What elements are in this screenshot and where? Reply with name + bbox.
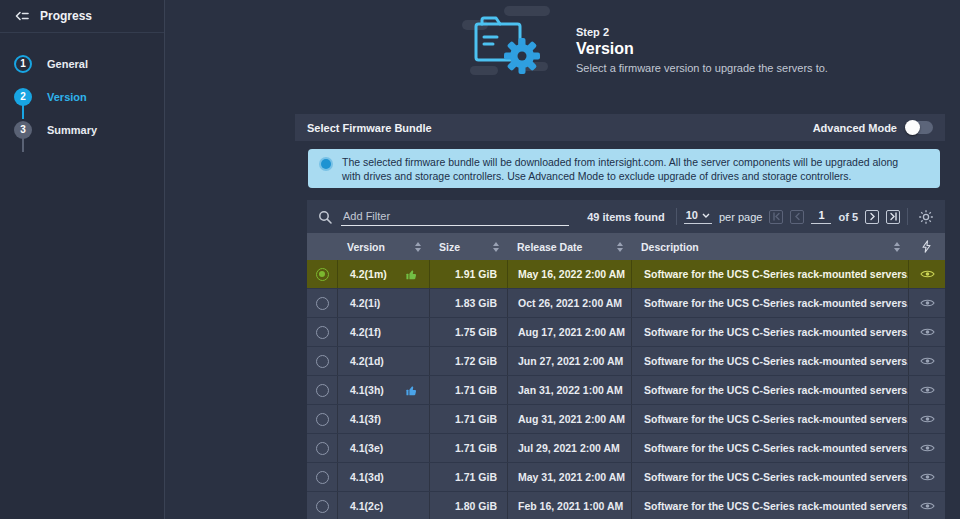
row-version-cell: 4.1(3d) <box>337 463 429 491</box>
version-text: 4.1(3h) <box>350 384 384 396</box>
table-row[interactable]: 4.2(1m) 1.91 GiB May 16, 2022 2:00 AM So… <box>307 260 945 289</box>
chevron-down-icon <box>702 213 710 218</box>
advanced-mode-toggle[interactable] <box>906 121 933 134</box>
table-row[interactable]: 4.1(3d) 1.71 GiB May 31, 2021 2:00 AM So… <box>307 463 945 492</box>
table-row[interactable]: 4.2(1d) 1.72 GiB Jun 27, 2021 2:00 AM So… <box>307 347 945 376</box>
row-release-date-cell: Jun 27, 2021 2:00 AM <box>507 347 631 375</box>
row-preview-cell <box>908 347 945 375</box>
info-banner: The selected firmware bundle will be dow… <box>308 149 940 188</box>
row-radio-button[interactable] <box>316 500 329 513</box>
row-radio-button[interactable] <box>316 297 329 310</box>
row-release-date-cell: Feb 16, 2021 1:00 AM <box>507 492 631 519</box>
row-size-cell: 1.71 GiB <box>429 376 507 404</box>
eye-icon[interactable] <box>920 443 935 453</box>
step-number-badge: 3 <box>14 121 32 139</box>
sidebar-step-version[interactable]: 2 Version <box>0 80 164 113</box>
table-row[interactable]: 4.1(3h) 1.71 GiB Jan 31, 2022 1:00 AM So… <box>307 376 945 405</box>
eye-icon[interactable] <box>920 472 935 482</box>
row-radio-cell <box>307 289 337 317</box>
version-text: 4.1(3f) <box>350 413 381 425</box>
row-radio-cell <box>307 405 337 433</box>
table-row[interactable]: 4.1(2c) 1.80 GiB Feb 16, 2021 1:00 AM So… <box>307 492 945 519</box>
page-size-select[interactable]: 10 <box>684 209 712 224</box>
page-subtitle: Select a firmware version to upgrade the… <box>576 62 828 74</box>
column-header-description[interactable]: Description <box>631 233 908 260</box>
step-number-badge: 2 <box>14 88 32 106</box>
sort-icon <box>415 242 421 252</box>
row-radio-button[interactable] <box>316 413 329 426</box>
sidebar-header: Progress <box>0 0 164 33</box>
table-row[interactable]: 4.1(3e) 1.71 GiB Jul 29, 2021 2:00 AM So… <box>307 434 945 463</box>
column-label: Description <box>641 241 699 253</box>
row-size-cell: 1.71 GiB <box>429 463 507 491</box>
step-header: Step 2 Version Select a firmware version… <box>460 4 828 80</box>
row-description-cell: Software for the UCS C-Series rack-mount… <box>631 405 908 433</box>
filter-input[interactable] <box>341 208 569 226</box>
table-settings-gear-icon[interactable] <box>918 209 934 225</box>
row-preview-cell <box>908 260 945 288</box>
row-release-date-cell: Aug 17, 2021 2:00 AM <box>507 318 631 346</box>
row-version-cell: 4.1(3e) <box>337 434 429 462</box>
column-label: Release Date <box>517 241 582 253</box>
page-size-value: 10 <box>686 209 698 221</box>
search-icon <box>318 210 332 224</box>
sort-icon <box>617 242 623 252</box>
column-label: Version <box>347 241 385 253</box>
progress-sidebar: Progress 1 General 2 Version 3 Summary <box>0 0 165 519</box>
last-page-button[interactable] <box>886 210 900 224</box>
eye-icon[interactable] <box>920 298 935 308</box>
row-version-cell: 4.2(1i) <box>337 289 429 317</box>
collapse-sidebar-icon[interactable] <box>14 9 30 23</box>
table-row[interactable]: 4.2(1f) 1.75 GiB Aug 17, 2021 2:00 AM So… <box>307 318 945 347</box>
row-size-cell: 1.80 GiB <box>429 492 507 519</box>
row-radio-button[interactable] <box>316 442 329 455</box>
eye-icon[interactable] <box>920 385 935 395</box>
sort-icon <box>493 242 499 252</box>
sidebar-step-summary[interactable]: 3 Summary <box>0 113 164 146</box>
column-header-release-date[interactable]: Release Date <box>507 233 631 260</box>
advanced-mode-control: Advanced Mode <box>813 121 933 134</box>
row-preview-cell <box>908 376 945 404</box>
row-radio-button[interactable] <box>316 471 329 484</box>
row-size-cell: 1.83 GiB <box>429 289 507 317</box>
row-preview-cell <box>908 463 945 491</box>
next-page-button[interactable] <box>865 210 879 224</box>
eye-icon[interactable] <box>920 356 935 366</box>
recommended-thumbs-up-icon <box>406 269 417 280</box>
column-header-size[interactable]: Size <box>429 233 507 260</box>
eye-icon[interactable] <box>920 501 935 511</box>
first-page-button[interactable] <box>769 210 783 224</box>
table-row[interactable]: 4.2(1i) 1.83 GiB Oct 26, 2021 2:00 AM So… <box>307 289 945 318</box>
version-text: 4.2(1f) <box>350 326 381 338</box>
row-release-date-cell: May 16, 2022 2:00 AM <box>507 260 631 288</box>
row-radio-button[interactable] <box>316 384 329 397</box>
row-release-date-cell: Jul 29, 2021 2:00 AM <box>507 434 631 462</box>
current-page-input[interactable]: 1 <box>811 209 831 224</box>
version-text: 4.2(1m) <box>350 268 387 280</box>
radio-column-header <box>307 233 337 260</box>
toolbar-divider <box>676 208 677 225</box>
eye-icon[interactable] <box>920 269 935 279</box>
recommended-thumbs-up-icon <box>406 385 417 396</box>
row-radio-button[interactable] <box>316 326 329 339</box>
table-toolbar: 49 items found 10 per page 1 of 5 <box>307 200 945 233</box>
sidebar-step-general[interactable]: 1 General <box>0 47 164 80</box>
table-row[interactable]: 4.1(3f) 1.71 GiB Aug 31, 2021 2:00 AM So… <box>307 405 945 434</box>
step-label: Version <box>47 91 87 103</box>
firmware-upgrade-wizard: Progress 1 General 2 Version 3 Summary <box>0 0 960 519</box>
row-radio-cell <box>307 463 337 491</box>
firmware-folder-gear-icon <box>460 4 560 80</box>
eye-icon[interactable] <box>920 327 935 337</box>
prev-page-button[interactable] <box>790 210 804 224</box>
row-preview-cell <box>908 492 945 519</box>
row-radio-button[interactable] <box>316 268 329 281</box>
row-preview-cell <box>908 405 945 433</box>
row-radio-button[interactable] <box>316 355 329 368</box>
column-header-version[interactable]: Version <box>337 233 429 260</box>
row-preview-cell <box>908 289 945 317</box>
row-version-cell: 4.1(2c) <box>337 492 429 519</box>
row-size-cell: 1.75 GiB <box>429 318 507 346</box>
eye-icon[interactable] <box>920 414 935 424</box>
version-text: 4.2(1i) <box>350 297 380 309</box>
row-release-date-cell: Jan 31, 2022 1:00 AM <box>507 376 631 404</box>
